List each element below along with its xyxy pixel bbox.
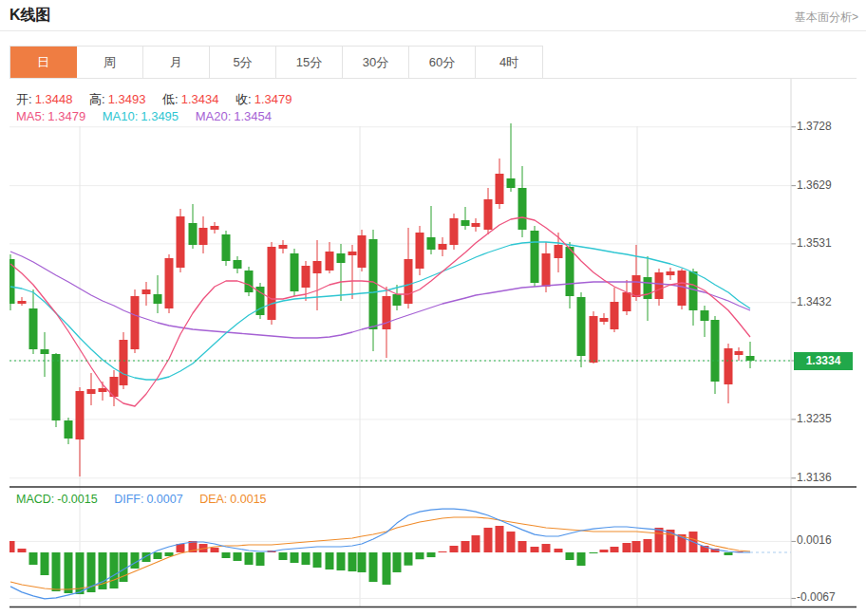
dea-value: 0.0015 [230,493,266,506]
dea-label: DEA: [199,493,227,506]
axis-tick-label: 1.3136 [797,471,854,484]
ma5-label: MA5: [16,109,45,123]
tab-日[interactable]: 日 [10,47,77,78]
macd-legend: MACD:-0.0015 DIFF:0.0007 DEA:0.0015 [16,493,270,506]
diff-label: DIFF: [114,493,143,506]
ma20-value: 1.3454 [234,109,272,123]
macd-value: -0.0015 [57,493,97,506]
kline-chart[interactable] [9,79,857,608]
open-value: 1.3448 [35,92,73,106]
close-label: 收: [235,92,252,106]
tab-月[interactable]: 月 [143,47,210,78]
tab-30分[interactable]: 30分 [343,47,409,78]
axis-tick-label: 1.3235 [797,412,854,425]
current-price-tag: 1.3334 [794,352,853,370]
axis-tick-label: 1.3629 [797,178,854,192]
axis-tick-label: 1.3432 [797,295,854,308]
page-title: K线图 [9,6,51,26]
axis-tick-label: -0.0067 [797,590,854,604]
tab-周[interactable]: 周 [77,47,143,78]
low-label: 低: [162,92,179,106]
axis-tick-label: 0.0016 [797,533,854,547]
header-divider [0,30,866,31]
axis-tick-label: 1.3728 [797,120,854,133]
ma20-label: MA20: [196,109,232,123]
ma10-value: 1.3495 [141,109,179,123]
period-tabs: 日周月5分15分30分60分4时 [9,46,543,79]
tab-60分[interactable]: 60分 [409,47,476,78]
kline-page: K线图 基本面分析> 日周月5分15分30分60分4时 开:1.3448 高:1… [0,0,866,616]
open-label: 开: [16,92,32,106]
axis-tick-label: 1.3531 [797,236,854,250]
fundamental-analysis-link[interactable]: 基本面分析> [795,9,858,26]
close-value: 1.3479 [254,92,292,106]
tab-4时[interactable]: 4时 [476,47,542,78]
ma-legend: MA5:1.3479 MA10:1.3495 MA20:1.3454 [16,109,274,123]
macd-label: MACD: [16,493,54,506]
diff-value: 0.0007 [146,493,182,506]
tab-5分[interactable]: 5分 [210,47,276,78]
high-value: 1.3493 [108,92,146,106]
high-label: 高: [89,92,105,106]
low-value: 1.3434 [181,92,219,106]
ohlc-legend: 开:1.3448 高:1.3493 低:1.3434 收:1.3479 [16,91,294,108]
tab-15分[interactable]: 15分 [276,47,343,78]
ma10-label: MA10: [103,109,139,123]
ma5-value: 1.3479 [47,109,85,123]
